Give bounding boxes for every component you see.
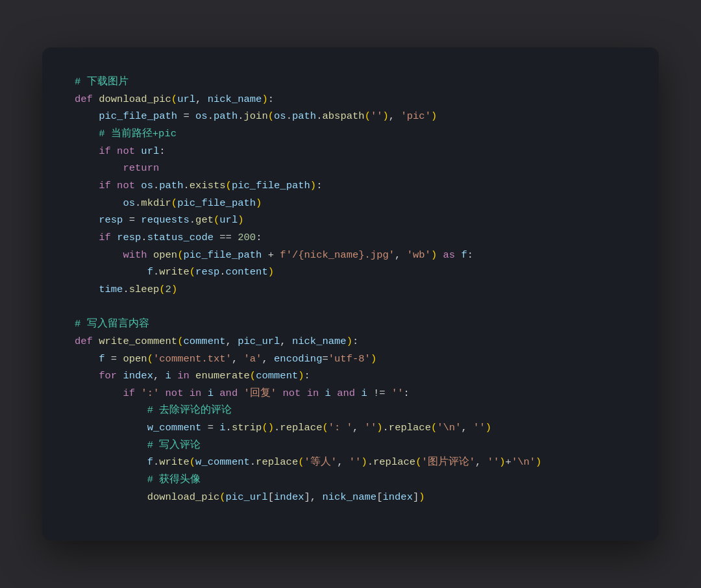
code-window: # 下载图片 def download_pic(url, nick_name):…	[42, 47, 659, 541]
code-content: # 下载图片 def download_pic(url, nick_name):…	[75, 73, 626, 506]
